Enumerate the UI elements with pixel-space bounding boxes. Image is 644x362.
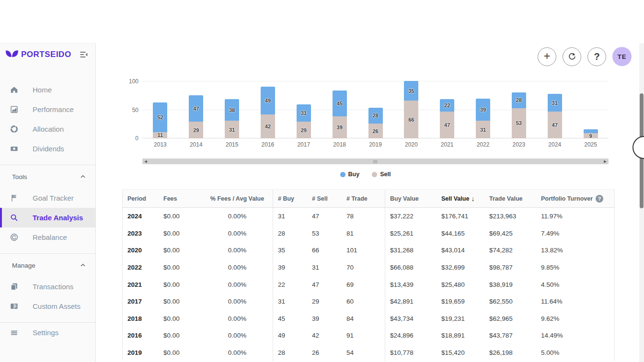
buy-segment: 35: [404, 81, 418, 101]
x-axis-label: 2021: [441, 141, 454, 148]
dividends-icon: [10, 144, 19, 153]
buy-segment: 31: [297, 104, 311, 122]
bar-value-label: 28: [372, 113, 378, 118]
cell-portfolio-turnover: 4.50%: [536, 276, 614, 293]
cell-buy-value: $13,439: [385, 276, 437, 293]
cell-sell-value: $19,231: [437, 310, 484, 328]
cell--buy: 45: [273, 310, 307, 328]
chart-scrollbar-track[interactable]: |||: [149, 159, 602, 164]
column-header--buy[interactable]: # Buy: [273, 190, 307, 207]
sidebar-item-trade-analysis[interactable]: Trade Analysis: [0, 208, 95, 227]
user-avatar[interactable]: TE: [612, 47, 632, 66]
cell--buy: 35: [273, 242, 307, 259]
sidebar-item-home[interactable]: Home: [0, 80, 95, 100]
bar-value-label: 66: [408, 117, 414, 123]
x-axis-label: 2016: [262, 141, 275, 148]
vertical-scrollbar-track[interactable]: [639, 43, 644, 362]
sidebar-item-settings[interactable]: Settings: [0, 323, 95, 342]
bar-2014: 4729: [189, 95, 203, 138]
sell-segment: 26: [368, 124, 383, 138]
sidebar-item-label: Rebalance: [33, 233, 67, 241]
chart-plot-area: 5211201347292014383120154942201631292017…: [142, 80, 609, 144]
chart-scroll-right-icon[interactable]: ►: [602, 158, 609, 164]
column-header-fees[interactable]: Fees: [159, 190, 202, 207]
sell-segment: 31: [225, 121, 239, 138]
chart-scrollbar[interactable]: ◄ ||| ►: [142, 158, 609, 164]
cell-trade-value: $74,282: [484, 242, 536, 259]
custom-assets-icon: [10, 302, 19, 311]
sidebar-collapse-icon[interactable]: [78, 49, 90, 60]
sidebar-section-manage[interactable]: Manage: [0, 254, 95, 277]
help-tooltip-icon[interactable]: ?: [596, 195, 603, 203]
chart-scroll-left-icon[interactable]: ◄: [142, 158, 149, 164]
chevron-up-icon: [79, 261, 87, 269]
legend-label: Buy: [348, 171, 360, 178]
cell-sell-value: $25,480: [437, 276, 484, 293]
refresh-button[interactable]: [563, 47, 581, 66]
bar-2024: 3147: [548, 94, 562, 138]
column-header--sell[interactable]: # Sell: [307, 190, 342, 207]
cell--buy: 22: [273, 276, 307, 293]
cell-period: 2021: [123, 276, 159, 293]
brand-name[interactable]: PORTSEIDO: [21, 50, 78, 59]
sidebar-item-label: Home: [33, 86, 52, 94]
add-button[interactable]: +: [538, 47, 556, 66]
sidebar-item-dividends[interactable]: Dividends: [0, 139, 95, 158]
sidebar: PORTSEIDO HomePerformanceAllocationDivid…: [0, 43, 96, 362]
cell-buy-value: $43,734: [385, 310, 437, 328]
column-header-sell-value[interactable]: Sell Value↓: [437, 190, 484, 207]
sidebar-item-custom-assets[interactable]: Custom Assets: [0, 296, 95, 316]
sell-segment: 9: [584, 133, 598, 138]
bar-value-label: 49: [265, 98, 271, 103]
cell-sell-value: $15,420: [437, 344, 484, 362]
column-header-period[interactable]: Period: [123, 190, 159, 207]
cell-portfolio-turnover: 5.00%: [536, 344, 614, 362]
sidebar-item-performance[interactable]: Performance: [0, 100, 95, 119]
allocation-icon: [10, 124, 19, 134]
cell-trade-value: $43,787: [484, 327, 536, 344]
settings-icon: [10, 328, 19, 337]
column-header-portfolio-turnover[interactable]: Portfolio Turnover?: [536, 190, 614, 207]
bar-value-label: 35: [408, 88, 414, 94]
sell-segment: 11: [153, 132, 167, 138]
column-header-trade-value[interactable]: Trade Value: [484, 190, 536, 207]
sidebar-item-goal-tracker[interactable]: Goal Tracker: [0, 188, 95, 208]
sidebar-item-transactions[interactable]: Transactions: [0, 277, 95, 296]
column-header-buy-value[interactable]: Buy Value: [385, 190, 437, 207]
sidebar-item-allocation[interactable]: Allocation: [0, 119, 95, 139]
cell--buy: 49: [273, 327, 307, 344]
column-header--fees-avg-value[interactable]: % Fees / Avg Value: [202, 190, 273, 207]
cell-portfolio-turnover: 14.49%: [536, 327, 614, 344]
sidebar-item-rebalance[interactable]: Rebalance: [0, 227, 95, 247]
cell--trade: 81: [342, 225, 385, 242]
sidebar-section-tools[interactable]: Tools: [0, 165, 95, 188]
cell--buy: 39: [273, 259, 307, 276]
bar-value-label: 31: [301, 110, 307, 116]
chart-scrollbar-grip-icon[interactable]: |||: [373, 159, 378, 164]
cell-sell-value: $176,741: [437, 208, 484, 225]
header-actions: + ? TE: [538, 47, 632, 66]
sell-segment: 39: [333, 116, 347, 138]
column-header--trade[interactable]: # Trade: [342, 190, 385, 207]
cell-period: 2020: [123, 242, 159, 259]
gridline: [142, 81, 609, 81]
x-axis-label: 2019: [369, 141, 382, 148]
legend-item-sell[interactable]: Sell: [372, 171, 391, 178]
x-axis-label: 2025: [584, 141, 597, 148]
legend-item-buy[interactable]: Buy: [340, 171, 360, 178]
table-row-2020: 2020$0.000.00%3566101$31,268$43,014$74,2…: [123, 242, 614, 259]
bar-2016: 4942: [261, 87, 275, 138]
sidebar-item-label: Dividends: [33, 145, 64, 153]
edge-panel-handle[interactable]: [632, 136, 644, 159]
cell--sell: 42: [307, 327, 342, 344]
cell--sell: 29: [307, 293, 342, 310]
bar-value-label: 9: [589, 133, 592, 139]
help-button[interactable]: ?: [587, 47, 606, 66]
table-row-2024: 2024$0.000.00%314778$37,222$176,741$213,…: [123, 208, 614, 225]
cell--fees-avg-value: 0.00%: [202, 225, 273, 242]
sidebar-item-label: Goal Tracker: [33, 194, 74, 202]
table-row-2016: 2016$0.000.00%494291$24,896$18,891$43,78…: [123, 327, 614, 344]
cell-sell-value: $43,014: [437, 242, 484, 259]
buy-segment: 31: [548, 94, 562, 112]
cell--trade: 70: [342, 259, 385, 276]
